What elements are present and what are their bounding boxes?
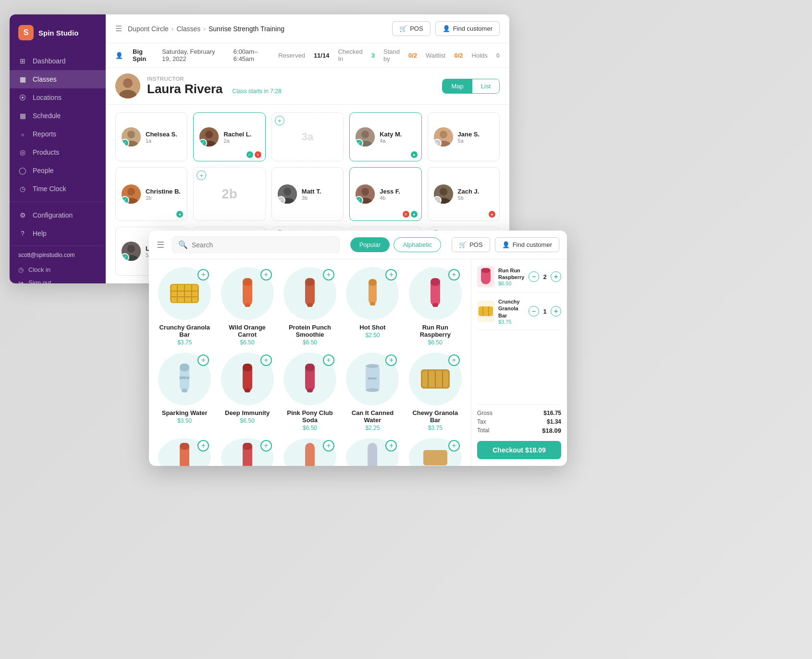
sidebar-item-time-clock[interactable]: ◷ Time Clock <box>10 180 106 198</box>
product-chewy-granola-bar-name: Chewy Granola Bar <box>407 409 463 424</box>
add-deep-immunity-button[interactable]: + <box>260 354 272 366</box>
pos-button[interactable]: 🛒 POS <box>392 21 430 36</box>
product-run-run-raspberry-image: + <box>409 267 462 320</box>
seat-2b-add[interactable]: + <box>197 171 206 180</box>
decrease-run-run-raspberry-button[interactable]: − <box>529 271 539 282</box>
checkout-button[interactable]: Checkout $18.09 <box>477 441 561 459</box>
svg-rect-53 <box>431 278 440 286</box>
increase-run-run-raspberry-button[interactable]: + <box>551 271 561 282</box>
product-row3-item1[interactable]: + <box>157 438 212 466</box>
badge-teal-4a: ● <box>411 151 418 158</box>
product-pink-pony-club-soda[interactable]: + Pink Pony Club Soda $6.50 <box>282 353 338 431</box>
search-input[interactable] <box>192 241 333 249</box>
seat-3a-add[interactable]: + <box>275 116 284 125</box>
seat-3b[interactable]: ✓ Matt T. 3b <box>271 167 344 221</box>
pos-find-customer-button[interactable]: 👤 Find customer <box>495 237 559 252</box>
product-run-run-raspberry-price: $6.50 <box>428 339 443 346</box>
seat-2a[interactable]: ✓ Rachel L. 2a ✓ + <box>193 112 265 161</box>
seat-3b-avatar: ✓ <box>278 184 297 204</box>
add-pink-pony-club-soda-button[interactable]: + <box>323 354 334 366</box>
seat-2b[interactable]: + 2b <box>193 167 265 221</box>
seat-5b[interactable]: ✓ Zach J. 5b ● <box>428 167 500 221</box>
seat-3b-check: ✓ <box>278 196 285 204</box>
seat-4b[interactable]: ✓ Jess F. 4b ✕ ● <box>349 167 421 221</box>
breadcrumb-menu-icon[interactable]: ☰ <box>115 24 122 33</box>
seat-5a[interactable]: ✓ Jane S. 5a <box>428 112 500 161</box>
add-row3-item2-button[interactable]: + <box>260 440 272 452</box>
pos-cart-button[interactable]: 🛒 POS <box>452 237 490 252</box>
product-chewy-granola-bar[interactable]: + Chewy Granola Bar $3.75 <box>407 353 463 431</box>
sidebar-item-products[interactable]: ◎ Products <box>10 143 106 161</box>
product-row3-item2[interactable]: + <box>219 438 275 466</box>
add-row3-item3-button[interactable]: + <box>323 440 334 452</box>
add-row3-item5-button[interactable]: + <box>448 440 460 452</box>
product-sparkling-water[interactable]: BREW + Sparking Water $3.50 <box>157 353 212 431</box>
seat-3a[interactable]: + 3a <box>271 112 344 161</box>
pos-search-bar[interactable]: 🔍 <box>172 236 340 253</box>
add-wild-orange-carrot-button[interactable]: + <box>260 269 272 281</box>
svg-point-10 <box>361 131 369 138</box>
add-can-it-canned-water-button[interactable]: + <box>385 354 397 366</box>
cart-tax-label: Tax <box>477 418 486 425</box>
product-wild-orange-carrot[interactable]: + Wild Orange Carrot $6.50 <box>219 267 275 346</box>
pos-menu-icon[interactable]: ☰ <box>157 240 164 250</box>
add-chewy-granola-bar-button[interactable]: + <box>448 354 460 366</box>
product-row3-item5[interactable]: + <box>407 438 463 466</box>
popular-filter-button[interactable]: Popular <box>350 237 390 252</box>
seat-2a-badges: ✓ + <box>246 151 261 158</box>
stand-by-label: Stand by <box>383 48 400 62</box>
product-crunchy-granola-bar[interactable]: + Crunchy Granola Bar $3.75 <box>157 267 212 346</box>
cart-item-crunchy-granola-bar-info: Crunchy Granola Bar $3.75 <box>498 298 525 325</box>
product-can-it-canned-water[interactable]: BREW + Can It Canned Water $2.25 <box>344 353 400 431</box>
svg-text:BREW: BREW <box>180 376 190 379</box>
seat-1b[interactable]: ✓ Christine B. 1b ● <box>115 167 187 221</box>
svg-text:BREW: BREW <box>368 377 377 380</box>
product-chewy-granola-bar-image: + <box>409 353 462 405</box>
map-view-button[interactable]: Map <box>443 79 472 93</box>
pos-top-actions: 🛒 POS 👤 Find customer <box>452 237 559 252</box>
seat-1b-avatar: ✓ <box>122 184 141 204</box>
sidebar-item-people[interactable]: ◯ People <box>10 161 106 180</box>
seat-3b-info: Matt T. 3b <box>302 188 321 201</box>
class-info-bar: 👤 Big Spin Saturday, February 19, 2022 6… <box>106 43 509 68</box>
decrease-crunchy-granola-bar-button[interactable]: − <box>529 306 539 317</box>
product-row3-item1-image: + <box>158 438 211 466</box>
product-deep-immunity[interactable]: + Deep Immunity $6.50 <box>219 353 275 431</box>
alphabetic-filter-button[interactable]: Alphabetic <box>394 237 441 252</box>
increase-crunchy-granola-bar-button[interactable]: + <box>551 306 561 317</box>
product-crunchy-granola-bar-image: + <box>158 267 211 320</box>
product-protein-punch-smoothie[interactable]: + Protein Punch Smoothie $6.50 <box>282 267 338 346</box>
sign-out-button[interactable]: ↪ Sign out <box>18 276 97 283</box>
sidebar-item-locations[interactable]: ⦿ Locations <box>10 88 106 107</box>
product-row3-item5-image: + <box>409 438 462 466</box>
product-hot-shot[interactable]: + Hot Shot $2.50 <box>344 267 400 346</box>
svg-point-22 <box>361 188 369 195</box>
add-sparkling-water-button[interactable]: + <box>197 354 209 366</box>
people-icon: ◯ <box>18 166 27 175</box>
product-run-run-raspberry[interactable]: + Run Run Raspberry $6.50 <box>407 267 463 346</box>
sidebar-item-dashboard[interactable]: ⊞ Dashboard <box>10 52 106 70</box>
find-customer-button[interactable]: 👤 Find customer <box>435 21 500 36</box>
list-view-button[interactable]: List <box>472 79 499 93</box>
sidebar-item-reports[interactable]: ⬦ Reports <box>10 125 106 143</box>
product-row3-item3[interactable]: + <box>282 438 338 466</box>
sidebar-item-schedule[interactable]: ▦ Schedule <box>10 107 106 125</box>
seat-1a[interactable]: ✓ Chelsea S. 1a <box>115 112 187 161</box>
add-hot-shot-button[interactable]: + <box>385 269 397 281</box>
add-run-run-raspberry-button[interactable]: + <box>448 269 460 281</box>
sidebar-item-help[interactable]: ? Help <box>10 224 106 243</box>
sidebar-nav: ⊞ Dashboard ▦ Classes ⦿ Locations ▦ Sche… <box>10 49 106 245</box>
sidebar-item-classes[interactable]: ▦ Classes <box>10 70 106 88</box>
add-protein-punch-smoothie-button[interactable]: + <box>323 269 334 281</box>
product-can-it-canned-water-name: Can It Canned Water <box>344 409 400 424</box>
add-row3-item1-button[interactable]: + <box>197 440 209 452</box>
sidebar-item-configuration[interactable]: ⚙ Configuration <box>10 206 106 224</box>
cart-item-run-run-raspberry: Run Run Raspberry $6.50 − 2 + <box>477 266 561 293</box>
product-hot-shot-price: $2.50 <box>365 332 380 339</box>
add-row3-item4-button[interactable]: + <box>385 440 397 452</box>
product-row3-item4[interactable]: + <box>344 438 400 466</box>
seat-4a[interactable]: ✓ Katy M. 4a ● <box>349 112 421 161</box>
add-crunchy-granola-bar-button[interactable]: + <box>197 269 209 281</box>
clock-in-button[interactable]: ◷ Clock in <box>18 263 97 276</box>
cart-item-crunchy-granola-bar-qty: − 1 + <box>529 306 561 317</box>
